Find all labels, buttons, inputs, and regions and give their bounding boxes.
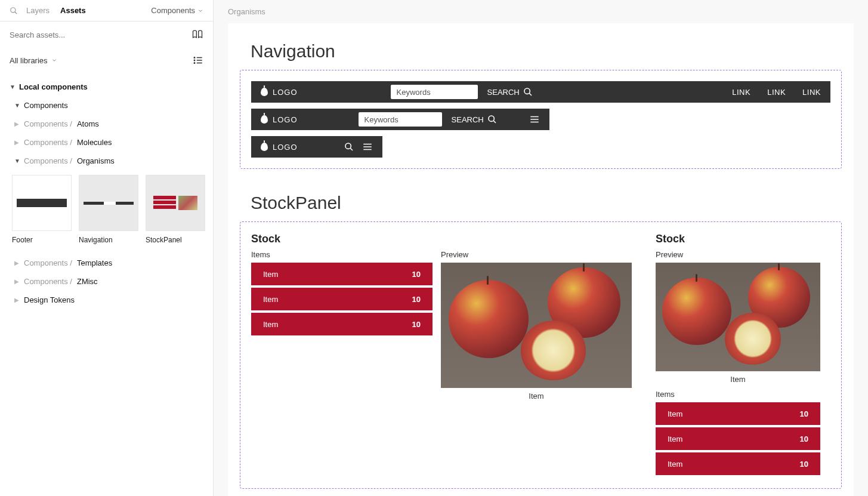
keywords-input[interactable]: Keywords — [359, 112, 442, 127]
svg-point-6 — [194, 63, 195, 64]
search-icon — [523, 87, 533, 97]
search-assets-input[interactable] — [10, 30, 191, 39]
search-button[interactable]: SEARCH — [487, 87, 533, 97]
thumb-navigation[interactable]: Navigation — [79, 175, 138, 244]
nav-bar-tablet[interactable]: LOGO Keywords SEARCH — [251, 109, 549, 130]
tree-zmisc[interactable]: ▶ Components / ZMisc — [0, 272, 213, 291]
frame-navigation[interactable]: LOGO Keywords SEARCH LINK LINK LINK — [240, 70, 842, 169]
stockpanel-variant-vertical[interactable]: Stock Preview Item Items — [656, 233, 830, 477]
caret-down-icon: ▼ — [14, 158, 19, 164]
svg-point-10 — [489, 116, 494, 121]
nav-link[interactable]: LINK — [732, 88, 750, 97]
svg-point-4 — [194, 60, 195, 61]
svg-line-9 — [529, 93, 532, 95]
caret-right-icon: ▶ — [14, 297, 19, 303]
pear-icon — [261, 115, 268, 124]
svg-point-8 — [524, 88, 530, 94]
library-book-icon[interactable] — [191, 29, 203, 41]
canvas-page: Navigation LOGO Keywords SEARCH — [228, 23, 854, 496]
nav-bar-desktop[interactable]: LOGO Keywords SEARCH LINK LINK LINK — [251, 81, 830, 103]
logo: LOGO — [261, 115, 298, 124]
search-icon[interactable] — [10, 7, 18, 15]
keywords-input[interactable]: Keywords — [391, 85, 478, 99]
search-button[interactable]: SEARCH — [452, 115, 497, 124]
stock-item-row[interactable]: Item 10 — [656, 452, 820, 475]
svg-line-16 — [350, 148, 353, 150]
svg-line-11 — [493, 121, 496, 123]
caret-right-icon: ▶ — [14, 278, 19, 285]
caret-right-icon: ▶ — [14, 121, 19, 127]
caret-right-icon: ▶ — [14, 139, 19, 146]
breadcrumb: Organisms — [214, 0, 868, 23]
preview-image — [441, 263, 632, 388]
items-label: Items — [251, 250, 433, 259]
caret-down-icon: ▼ — [14, 102, 19, 109]
search-icon[interactable] — [344, 142, 354, 152]
nav-bar-mobile[interactable]: LOGO — [251, 136, 382, 158]
nav-link[interactable]: LINK — [802, 88, 821, 97]
preview-caption: Item — [656, 375, 820, 384]
thumb-footer[interactable]: Footer — [12, 175, 72, 244]
sidebar-tabs: Layers Assets Components — [0, 0, 213, 21]
frame-stockpanel[interactable]: Stock Items Item 10 Item 10 — [240, 221, 842, 489]
tree-local-components[interactable]: ▼ Local components — [0, 78, 213, 96]
hamburger-icon[interactable] — [529, 114, 540, 125]
svg-point-15 — [345, 143, 351, 149]
assets-sidebar: Layers Assets Components All libraries — [0, 0, 214, 496]
caret-down-icon: ▼ — [10, 84, 14, 90]
panel-title: Stock — [656, 233, 830, 245]
preview-caption: Item — [441, 392, 632, 401]
logo: LOGO — [261, 88, 298, 97]
tree-molecules[interactable]: ▶ Components / Molecules — [0, 133, 213, 152]
tree-atoms[interactable]: ▶ Components / Atoms — [0, 115, 213, 133]
stock-item-row[interactable]: Item 10 — [251, 263, 433, 285]
pear-icon — [261, 143, 268, 151]
items-label: Items — [656, 390, 820, 399]
logo: LOGO — [261, 143, 298, 152]
thumb-stockpanel[interactable]: StockPanel — [146, 175, 205, 244]
tree-components[interactable]: ▼ Components — [0, 96, 213, 115]
libraries-label: All libraries — [10, 56, 48, 65]
tab-layers[interactable]: Layers — [26, 6, 50, 15]
stock-item-row[interactable]: Item 10 — [251, 313, 433, 335]
svg-point-2 — [194, 57, 195, 58]
design-canvas[interactable]: Organisms Navigation LOGO Keywords SEARC… — [214, 0, 868, 496]
stock-item-row[interactable]: Item 10 — [251, 288, 433, 310]
pear-icon — [261, 88, 268, 96]
caret-right-icon: ▶ — [14, 260, 19, 266]
hamburger-icon[interactable] — [362, 141, 373, 152]
filter-label: Components — [151, 6, 195, 15]
preview-label: Preview — [656, 250, 820, 259]
component-tree: ▼ Local components ▼ Components ▶ Compon… — [0, 73, 213, 309]
preview-label: Preview — [441, 250, 632, 259]
stock-item-row[interactable]: Item 10 — [656, 402, 820, 425]
filter-dropdown[interactable]: Components — [151, 6, 203, 15]
preview-image — [656, 263, 820, 371]
nav-link[interactable]: LINK — [767, 88, 786, 97]
stockpanel-variant-horizontal[interactable]: Stock Items Item 10 Item 10 — [251, 233, 632, 477]
component-thumbnails: Footer Navigation StockPanel — [0, 170, 213, 254]
tree-organisms[interactable]: ▼ Components / Organisms — [0, 152, 213, 170]
tab-assets[interactable]: Assets — [60, 6, 86, 15]
tree-templates[interactable]: ▶ Components / Templates — [0, 254, 213, 272]
search-assets-row — [0, 21, 213, 48]
panel-title: Stock — [251, 233, 632, 245]
svg-line-1 — [15, 11, 17, 14]
search-icon — [487, 115, 497, 124]
svg-point-0 — [11, 7, 16, 12]
stock-item-row[interactable]: Item 10 — [656, 427, 820, 450]
libraries-dropdown[interactable]: All libraries — [10, 56, 57, 65]
tree-design-tokens[interactable]: ▶ Design Tokens — [0, 291, 213, 309]
nav-links: LINK LINK LINK — [732, 88, 821, 97]
list-view-icon[interactable] — [193, 55, 203, 66]
libraries-row: All libraries — [0, 48, 213, 73]
section-title-stockpanel: StockPanel — [251, 193, 854, 213]
section-title-navigation: Navigation — [251, 41, 854, 61]
